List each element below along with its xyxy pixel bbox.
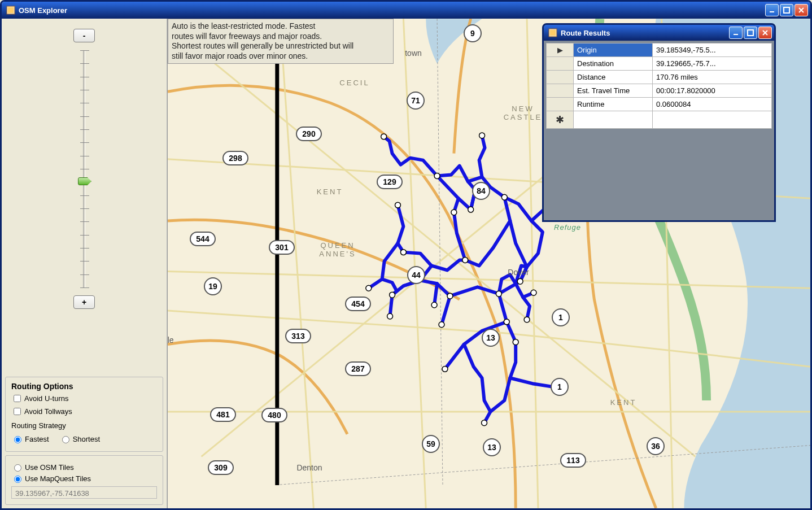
zoom-slider-thumb[interactable] xyxy=(78,177,91,185)
tile-source-group: Use OSM Tiles Use MapQuest Tiles 39.1359… xyxy=(5,455,163,505)
row-indicator xyxy=(547,84,574,98)
route-shield: 129 xyxy=(377,175,403,189)
main-window-controls xyxy=(764,4,808,16)
svg-point-21 xyxy=(439,322,444,328)
shortest-row[interactable]: Shortest xyxy=(59,434,100,443)
table-row[interactable]: Distance 170.76 miles xyxy=(547,71,772,84)
map-label: Denton xyxy=(296,463,322,472)
mode-tooltip: Auto is the least-restricted mode. Faste… xyxy=(168,19,394,64)
osm-tiles-row[interactable]: Use OSM Tiles xyxy=(11,463,157,472)
mapquest-tiles-label: Use MapQuest Tiles xyxy=(25,474,91,483)
results-maximize-button[interactable] xyxy=(744,27,757,39)
map-label: KENT xyxy=(610,398,637,407)
route-shield: 454 xyxy=(345,297,371,311)
route-shield: 313 xyxy=(285,329,311,343)
avoid-uturns-checkbox[interactable] xyxy=(14,395,21,402)
row-indicator xyxy=(547,57,574,71)
svg-point-10 xyxy=(434,173,440,178)
svg-point-18 xyxy=(531,290,536,295)
shortest-label: Shortest xyxy=(73,435,100,443)
osm-tiles-radio[interactable] xyxy=(14,464,21,472)
results-titlebar[interactable]: Route Results xyxy=(544,25,774,41)
route-shield: 480 xyxy=(261,408,287,422)
mapquest-tiles-radio[interactable] xyxy=(14,476,21,483)
svg-point-25 xyxy=(366,285,372,291)
result-value: 00:00:17.8020000 xyxy=(653,84,772,98)
zoom-slider[interactable] xyxy=(83,50,85,287)
mapquest-tiles-row[interactable]: Use MapQuest Tiles xyxy=(11,474,157,483)
results-grid[interactable]: ▶ Origin 39.185349,-75.5... Destination … xyxy=(546,43,772,129)
avoid-tollways-row[interactable]: Avoid Tollways xyxy=(11,406,157,417)
map-label: ille xyxy=(167,335,174,345)
table-row[interactable]: ▶ Origin 39.185349,-75.5... xyxy=(547,43,772,57)
table-row[interactable]: Runtime 0.0600084 xyxy=(547,98,772,111)
svg-point-16 xyxy=(513,339,518,345)
fastest-row[interactable]: Fastest xyxy=(11,434,49,443)
route-shield: 301 xyxy=(269,240,295,255)
route-shield: 13 xyxy=(483,438,501,456)
svg-rect-3 xyxy=(784,7,789,13)
coordinate-readout: 39.135967,-75.741638 xyxy=(11,486,157,499)
table-row[interactable]: Est. Travel Time 00:00:17.8020000 xyxy=(547,84,772,98)
new-row[interactable]: ✱ xyxy=(547,111,772,129)
routing-options-title: Routing Options xyxy=(11,382,157,391)
close-button[interactable] xyxy=(794,4,808,16)
result-value xyxy=(653,111,772,129)
route-shield: 9 xyxy=(464,24,482,42)
map-label: QUEEN ANNE'S xyxy=(319,241,356,258)
svg-point-26 xyxy=(442,366,448,372)
maximize-button[interactable] xyxy=(780,4,793,16)
map-label: CECIL xyxy=(339,79,369,87)
route-shield: 13 xyxy=(482,329,500,347)
svg-point-24 xyxy=(387,313,393,319)
results-close-button[interactable] xyxy=(758,27,772,39)
map-label: town xyxy=(405,49,422,58)
result-value: 39.185349,-75.5... xyxy=(653,43,772,57)
shortest-radio[interactable] xyxy=(62,436,69,443)
svg-point-8 xyxy=(468,207,474,212)
avoid-tollways-checkbox[interactable] xyxy=(14,408,21,415)
route-shield: 113 xyxy=(560,453,586,468)
app-icon xyxy=(6,6,15,15)
result-key xyxy=(574,111,653,129)
results-window-controls xyxy=(728,27,772,39)
map-label: NEW CASTLE xyxy=(504,104,543,121)
svg-point-29 xyxy=(400,250,406,255)
main-titlebar[interactable]: OSM Explorer xyxy=(2,2,810,19)
routing-options-group: Routing Options Avoid U-turns Avoid Toll… xyxy=(5,377,163,452)
fastest-radio[interactable] xyxy=(14,436,21,443)
route-shield: 84 xyxy=(472,182,490,200)
map-label: Dover xyxy=(508,268,529,277)
osm-tiles-label: Use OSM Tiles xyxy=(25,463,74,472)
zoom-in-button[interactable]: + xyxy=(73,295,95,309)
svg-point-12 xyxy=(501,194,507,200)
minimize-button[interactable] xyxy=(765,4,779,16)
sidebar: - + Routing Options Avoid U-turns Avoid … xyxy=(2,19,167,508)
route-shield: 71 xyxy=(407,91,425,110)
map-label: KENT xyxy=(317,188,343,196)
zoom-out-button[interactable]: - xyxy=(73,29,95,42)
svg-rect-1 xyxy=(8,7,14,13)
svg-point-9 xyxy=(451,210,457,215)
svg-point-19 xyxy=(496,291,501,297)
svg-point-7 xyxy=(479,133,485,138)
svg-point-30 xyxy=(462,258,468,263)
new-row-icon: ✱ xyxy=(547,111,574,129)
avoid-uturns-row[interactable]: Avoid U-turns xyxy=(11,393,157,404)
route-shield: 481 xyxy=(210,407,236,422)
table-row[interactable]: Destination 39.129665,-75.7... xyxy=(547,57,772,71)
svg-point-23 xyxy=(390,292,395,298)
result-value: 39.129665,-75.7... xyxy=(653,57,772,71)
route-shield: 44 xyxy=(407,266,425,284)
map-label: Refuge xyxy=(554,223,581,232)
route-shield: 298 xyxy=(222,151,248,165)
svg-rect-32 xyxy=(550,30,556,36)
svg-point-15 xyxy=(504,319,509,325)
result-value: 0.0600084 xyxy=(653,98,772,111)
results-minimize-button[interactable] xyxy=(729,27,743,39)
result-key: Runtime xyxy=(574,98,653,111)
route-shield: 287 xyxy=(345,361,371,376)
route-shield: 544 xyxy=(190,232,216,246)
route-results-window[interactable]: Route Results ▶ Origin 39.185349,-75.5..… xyxy=(542,23,776,222)
main-title: OSM Explorer xyxy=(19,6,764,15)
